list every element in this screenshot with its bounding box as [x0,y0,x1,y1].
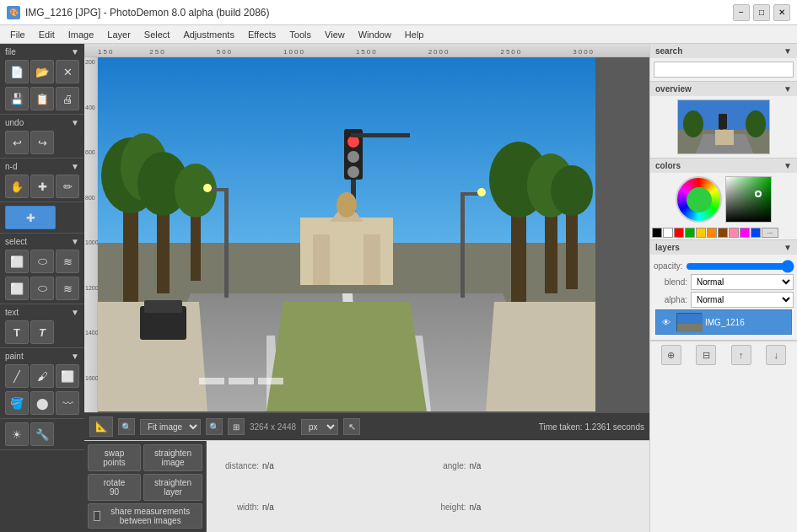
add-layer-button[interactable]: ⊕ [661,345,681,365]
color-wheel[interactable] [676,176,722,223]
toolbar-section-undo: undo ▼ ↩ ↪ [0,115,84,159]
save-as-button[interactable]: 📋 [30,87,54,110]
swatch-black[interactable] [652,228,662,238]
swatches-more-button[interactable]: ··· [762,228,778,238]
opacity-slider[interactable] [686,261,794,272]
layer-visibility-button[interactable]: 👁 [660,315,673,329]
undo-button[interactable]: ↩ [5,131,29,154]
poly-select-tool[interactable]: ⬜ [5,277,29,300]
swatch-green[interactable] [685,228,695,238]
menu-edit[interactable]: Edit [32,28,62,41]
overview-thumbnail[interactable] [677,99,770,154]
save-button[interactable]: 💾 [5,87,29,110]
toolbar-section-text-arrow[interactable]: ▼ [71,308,79,317]
text-tool2[interactable]: T [30,320,54,344]
pencil-tool[interactable]: ╱ [5,364,29,388]
svg-rect-44 [258,378,283,384]
move-layer-down-button[interactable]: ↓ [766,345,786,365]
pen-tool[interactable]: ✏ [56,175,79,198]
toolbar-section-file-arrow[interactable]: ▼ [71,47,79,56]
search-content [650,58,797,81]
colors-header[interactable]: colors ▼ [650,159,797,173]
magic-wand-tool[interactable]: ⬭ [30,277,54,300]
menu-view[interactable]: View [318,28,352,41]
dodge-tool[interactable]: ☀ [5,422,29,446]
search-input[interactable] [654,62,794,78]
alpha-select[interactable]: Normal Multiply [691,292,794,308]
overview-header[interactable]: overview ▼ [650,82,797,96]
cursor-tool[interactable]: ↖ [343,418,360,435]
rotate-90-button[interactable]: rotate 90 [88,474,141,501]
colors-section: colors ▼ [650,159,797,240]
menu-select[interactable]: Select [137,28,177,41]
opacity-label: opacity: [654,261,682,271]
smudge-tool[interactable]: 〰 [56,391,79,415]
straighten-image-button[interactable]: straighten image [143,444,202,471]
canvas-container[interactable]: 15025050010001500200025003000 2004006008… [84,44,649,412]
color-picker-handle[interactable] [755,191,762,197]
export-button[interactable]: 🖨 [56,87,79,110]
menu-file[interactable]: File [3,28,32,41]
move-layer-up-button[interactable]: ↑ [731,345,751,365]
open-file-button[interactable]: 📂 [30,60,54,83]
menu-window[interactable]: Window [352,28,398,41]
ruler-tool[interactable]: 📐 [89,416,113,437]
straighten-layer-button[interactable]: straighten layer [143,474,202,501]
menu-tools[interactable]: Tools [283,28,318,41]
toolbar-section-select-arrow[interactable]: ▼ [71,237,79,246]
select-tool3[interactable]: ≋ [56,277,79,300]
swatch-orange[interactable] [707,228,717,238]
move-tool[interactable]: ✚ [30,175,54,198]
color-picker-box[interactable] [725,176,772,223]
text-tool[interactable]: T [5,320,29,344]
menu-layer[interactable]: Layer [100,28,137,41]
toolbar-section-nd-arrow[interactable]: ▼ [71,162,79,171]
toolbar-section-paint-arrow[interactable]: ▼ [71,352,79,361]
redo-button[interactable]: ↪ [30,131,54,154]
swap-points-button[interactable]: swap points [88,444,141,471]
layers-header[interactable]: layers ▼ [650,240,797,255]
unit-select[interactable]: px in cm [301,419,338,435]
svg-point-30 [337,192,357,218]
window-controls[interactable]: − □ ✕ [733,4,790,21]
canvas-settings-button[interactable]: ⊞ [228,418,245,435]
merge-down-button[interactable]: ⊟ [696,345,716,365]
brush-tool[interactable]: 🖌 [30,364,54,388]
zoom-in-button[interactable]: 🔍 [206,418,223,435]
layer-item[interactable]: 👁 IMG_1216 [655,309,792,335]
overview-label: overview [655,84,692,94]
swatch-magenta[interactable] [740,228,750,238]
swatch-brown[interactable] [718,228,728,238]
menu-effects[interactable]: Effects [241,28,283,41]
swatch-pink[interactable] [729,228,739,238]
swatch-red[interactable] [674,228,684,238]
zoom-select[interactable]: Fit image 25% 50% 100% 200% [140,419,201,435]
close-file-button[interactable]: ✕ [56,60,79,83]
stamp-tool[interactable]: ⬤ [30,391,54,415]
svg-rect-34 [460,192,465,298]
menu-image[interactable]: Image [62,28,101,41]
eraser-tool[interactable]: ⬜ [56,364,79,388]
svg-rect-29 [363,234,380,285]
toolbar-section-undo-arrow[interactable]: ▼ [71,118,79,127]
share-measurements-button[interactable]: share measurements between images [88,503,202,529]
swatch-white[interactable] [663,228,673,238]
active-tool-button[interactable]: ✚ [5,206,56,229]
lasso-tool[interactable]: ≋ [56,250,79,273]
close-button[interactable]: ✕ [773,4,790,21]
menu-adjustments[interactable]: Adjustments [176,28,241,41]
zoom-out-button[interactable]: 🔍 [118,418,135,435]
rect-select-tool[interactable]: ⬜ [5,250,29,273]
misc-tool[interactable]: 🔧 [30,422,54,446]
swatch-yellow[interactable] [696,228,706,238]
blend-select[interactable]: Normal Multiply Screen Overlay [691,274,794,290]
minimize-button[interactable]: − [733,4,750,21]
fill-tool[interactable]: 🪣 [5,391,29,415]
search-header[interactable]: search ▼ [650,44,797,58]
swatch-blue[interactable] [751,228,761,238]
new-file-button[interactable]: 📄 [5,60,29,83]
menu-help[interactable]: Help [398,28,431,41]
ellipse-select-tool[interactable]: ⬭ [30,250,54,273]
maximize-button[interactable]: □ [753,4,770,21]
pan-tool[interactable]: ✋ [5,175,29,198]
